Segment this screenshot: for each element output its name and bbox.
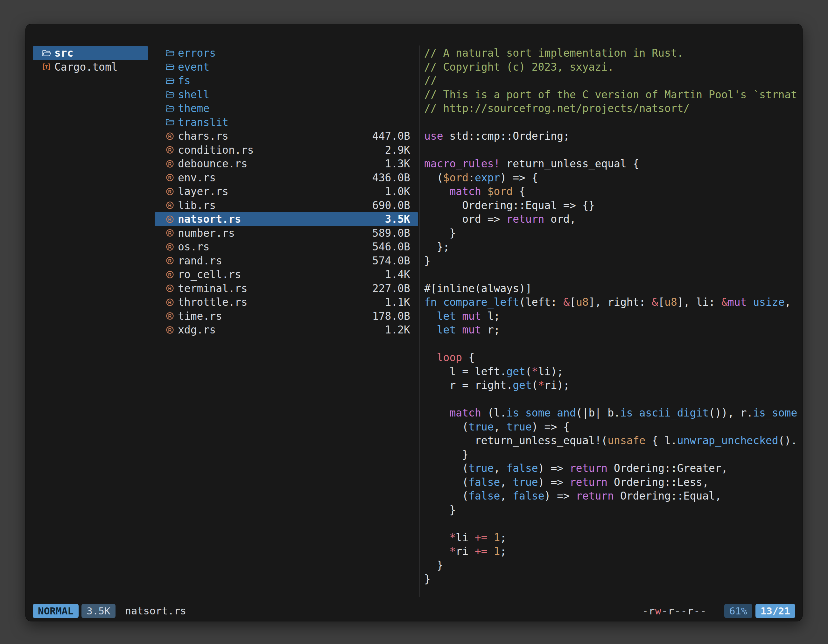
folder-icon <box>165 62 175 72</box>
code-line: // http://sourcefrog.net/projects/natsor… <box>424 102 801 116</box>
file-row[interactable]: number.rs589.0B <box>155 226 418 240</box>
permission-char: -- <box>674 605 687 617</box>
rust-file-icon <box>165 284 175 293</box>
file-name: fs <box>178 74 191 87</box>
file-row[interactable]: condition.rs2.9K <box>155 143 418 157</box>
file-name: debounce.rs <box>178 158 248 170</box>
file-name: Cargo.toml <box>55 61 118 73</box>
code-line <box>424 517 801 531</box>
toml-file-icon <box>42 62 51 72</box>
file-name: rand.rs <box>178 255 222 267</box>
code-line: #[inline(always)] <box>424 282 801 296</box>
file-size-badge: 3.5K <box>82 604 116 618</box>
code-line: } <box>424 503 801 517</box>
folder-icon <box>165 104 175 113</box>
code-line: ord => return ord, <box>424 212 801 226</box>
permission-char: r <box>687 605 694 617</box>
file-row[interactable]: event <box>155 60 418 74</box>
file-row[interactable]: errors <box>155 46 418 60</box>
file-name: event <box>178 61 209 73</box>
code-line: // A natural sort implementation in Rust… <box>424 46 801 60</box>
file-name: errors <box>178 47 216 59</box>
file-row[interactable]: debounce.rs1.3K <box>155 157 418 171</box>
file-name: terminal.rs <box>178 282 248 295</box>
file-row[interactable]: rand.rs574.0B <box>155 254 418 268</box>
rust-file-icon <box>165 132 175 141</box>
file-size: 227.0B <box>372 282 410 295</box>
file-row[interactable]: xdg.rs1.2K <box>155 323 418 337</box>
permission-char: r <box>649 605 655 617</box>
scroll-percent-badge: 61% <box>724 604 752 618</box>
code-line: *li += 1; <box>424 531 801 545</box>
file-row[interactable]: os.rs546.0B <box>155 240 418 254</box>
code-line: } <box>424 254 801 268</box>
file-row[interactable]: ro_cell.rs1.4K <box>155 268 418 282</box>
code-line: loop { <box>424 351 801 365</box>
code-line: } <box>424 572 801 586</box>
rust-file-icon <box>165 187 175 196</box>
code-line <box>424 268 801 282</box>
file-size: 546.0B <box>372 241 410 253</box>
file-name: ro_cell.rs <box>178 268 241 280</box>
file-name: layer.rs <box>178 185 229 197</box>
file-name: lib.rs <box>178 199 216 212</box>
permission-char: - <box>662 605 668 617</box>
file-size: 436.0B <box>372 171 410 184</box>
code-line: (false, false) => return Ordering::Equal… <box>424 489 801 503</box>
pane-divider <box>419 45 420 597</box>
file-name: time.rs <box>178 310 222 322</box>
file-name: chars.rs <box>178 130 229 142</box>
file-row[interactable]: natsort.rs3.5K <box>155 212 418 226</box>
file-row[interactable]: lib.rs690.0B <box>155 199 418 213</box>
code-line: return_unless_equal!(unsafe { l.unwrap_u… <box>424 434 801 448</box>
folder-icon <box>165 90 175 99</box>
permission-char: -- <box>694 605 707 617</box>
file-size: 3.5K <box>385 213 410 225</box>
rust-file-icon <box>165 242 175 252</box>
file-size: 1.3K <box>385 158 410 170</box>
file-row[interactable]: throttle.rs1.1K <box>155 295 418 309</box>
code-line: Ordering::Equal => {} <box>424 199 801 213</box>
code-line <box>424 116 801 130</box>
file-row[interactable]: theme <box>155 102 418 116</box>
file-name: env.rs <box>178 171 216 184</box>
file-row[interactable]: env.rs436.0B <box>155 171 418 185</box>
folder-icon <box>165 49 175 58</box>
file-row[interactable]: layer.rs1.0K <box>155 185 418 199</box>
file-name: os.rs <box>178 241 209 253</box>
rust-file-icon <box>165 159 175 169</box>
file-name: translit <box>178 116 229 128</box>
file-size: 1.2K <box>385 324 410 336</box>
code-line: let mut l; <box>424 309 801 323</box>
rust-file-icon <box>165 145 175 155</box>
code-line: fn compare_left(left: &[u8], right: &[u8… <box>424 295 801 309</box>
file-row[interactable]: terminal.rs227.0B <box>155 282 418 296</box>
folder-icon <box>42 49 51 58</box>
file-name: number.rs <box>178 227 235 239</box>
file-row[interactable]: src <box>33 46 148 60</box>
file-row[interactable]: shell <box>155 88 418 102</box>
file-size: 1.1K <box>385 296 410 308</box>
rust-file-icon <box>165 298 175 307</box>
file-row[interactable]: time.rs178.0B <box>155 309 418 323</box>
folder-icon <box>165 118 175 127</box>
file-size: 447.0B <box>372 130 410 142</box>
folder-icon <box>165 76 175 86</box>
rust-file-icon <box>165 325 175 335</box>
code-line: (false, true) => return Ordering::Less, <box>424 475 801 489</box>
permission-char: w <box>655 605 662 617</box>
code-line: match (l.is_some_and(|b| b.is_ascii_digi… <box>424 406 801 420</box>
file-name: condition.rs <box>178 144 254 156</box>
file-row[interactable]: translit <box>155 116 418 130</box>
status-bar: NORMAL 3.5K natsort.rs -rw-r--r-- 61% 13… <box>33 604 795 618</box>
permission-char: r <box>668 605 674 617</box>
file-row[interactable]: chars.rs447.0B <box>155 129 418 143</box>
file-size: 1.4K <box>385 268 410 280</box>
rust-file-icon <box>165 201 175 210</box>
file-row[interactable]: Cargo.toml <box>33 60 148 74</box>
code-line: } <box>424 226 801 240</box>
code-line: } <box>424 448 801 462</box>
code-line: // Copyright (c) 2023, sxyazi. <box>424 60 801 74</box>
file-row[interactable]: fs <box>155 74 418 88</box>
file-name: natsort.rs <box>178 213 241 225</box>
